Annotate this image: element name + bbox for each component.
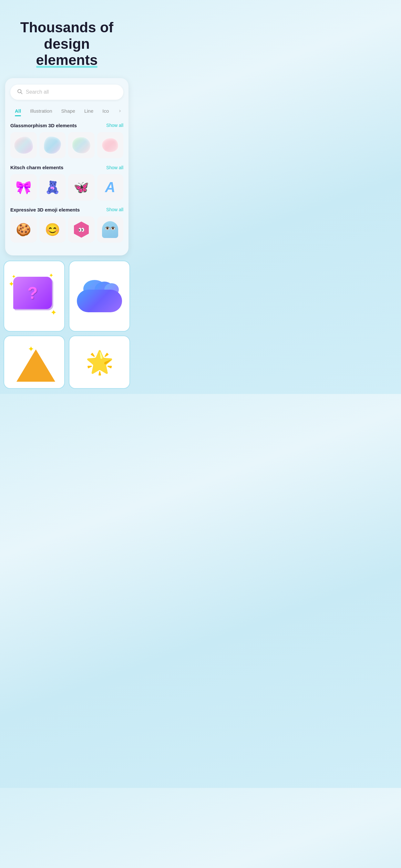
glass-blob-4 [102, 138, 119, 152]
section-header-kitsch: Kitsch charm elements Show all [10, 165, 123, 170]
tabs-arrow-icon[interactable]: › [117, 106, 123, 115]
section-title-glassmorphism: Glassmorphism 3D elements [10, 123, 77, 128]
mountain-scene: ✦ [10, 343, 58, 382]
section-kitsch: Kitsch charm elements Show all 🎀 🧸 🦋 A [10, 165, 123, 200]
emoji-item-2[interactable]: 😊 [39, 216, 66, 243]
glass-blob-1 [14, 136, 33, 154]
star-icon-4: ✦ [49, 272, 54, 279]
section-glassmorphism: Glassmorphism 3D elements Show all [10, 123, 123, 159]
tab-all[interactable]: All [10, 105, 26, 116]
hero-line1: Thousands of [20, 20, 113, 35]
search-icon [17, 89, 23, 96]
qmark-scene: ✦ ✦ ? ✦ ✦ [10, 270, 58, 322]
glass-item-3[interactable] [68, 132, 95, 159]
tab-shape[interactable]: Shape [57, 105, 80, 116]
hero-section: Thousands of design elements [0, 0, 134, 78]
glassmorphism-items-row [10, 132, 123, 159]
feature-card-qmark[interactable]: ✦ ✦ ? ✦ ✦ [4, 260, 65, 332]
kitsch-item-letter-a[interactable]: A [97, 174, 124, 200]
tab-ico[interactable]: Ico [98, 105, 113, 116]
page-container: Thousands of design elements Search all … [0, 0, 134, 394]
search-placeholder: Search all [26, 89, 49, 95]
glass-blob-2 [43, 136, 61, 154]
butterfly-emoji: 🦋 [73, 181, 89, 193]
qmark-bubble: ? [13, 277, 52, 309]
section-title-kitsch: Kitsch charm elements [10, 165, 63, 170]
section-title-emoji: Expressive 3D emoji elements [10, 207, 80, 213]
star-icon-3: ✦ [50, 308, 57, 317]
svg-line-1 [21, 92, 22, 94]
letter-a-text: A [105, 179, 115, 195]
cloud-body [77, 290, 122, 312]
ghost-body: 👁️👁️ [102, 221, 118, 238]
cookie-emoji: 🍪 [16, 223, 31, 236]
question-mark: ? [27, 283, 38, 303]
kitsch-item-butterfly[interactable]: 🦋 [68, 174, 95, 200]
hex-eyes: 👀 [78, 227, 85, 233]
emoji-item-1[interactable]: 🍪 [10, 216, 37, 243]
feature-card-star[interactable]: 🌟 [69, 336, 130, 389]
smiley-emoji: 😊 [45, 223, 60, 236]
main-card: Search all All Illustration Shape Line I… [5, 78, 128, 256]
feature-card-mountain[interactable]: ✦ [4, 336, 65, 389]
feature-card-cloud[interactable] [69, 260, 130, 332]
emoji-item-ghost[interactable]: 👁️👁️ [97, 216, 124, 243]
bear-emoji: 🧸 [45, 181, 60, 193]
glass-item-1[interactable] [10, 132, 37, 159]
search-bar[interactable]: Search all [10, 85, 123, 100]
outer-cards-section: ✦ ✦ ? ✦ ✦ ✦ [0, 255, 134, 394]
section-header-emoji: Expressive 3D emoji elements Show all [10, 207, 123, 213]
section-emoji: Expressive 3D emoji elements Show all 🍪 … [10, 207, 123, 243]
hero-title: Thousands of design elements [13, 20, 121, 68]
emoji-items-row: 🍪 😊 👀 👁️👁️ [10, 216, 123, 243]
ghost-wrapper: 👁️👁️ [102, 221, 118, 238]
glass-item-4[interactable] [97, 132, 124, 159]
section-header-glassmorphism: Glassmorphism 3D elements Show all [10, 123, 123, 128]
mountain-shape [17, 349, 55, 382]
glass-blob-3 [72, 137, 91, 154]
bow-emoji: 🎀 [16, 181, 32, 194]
cloud-3d-scene [77, 280, 122, 312]
show-all-glassmorphism[interactable]: Show all [106, 123, 123, 128]
hex-wrapper: 👀 [72, 220, 91, 239]
tab-illustration[interactable]: Illustration [26, 105, 57, 116]
kitsch-item-bow[interactable]: 🎀 [10, 174, 37, 200]
tab-line[interactable]: Line [80, 105, 98, 116]
tabs-container: All Illustration Shape Line Ico › [10, 105, 123, 116]
kitsch-items-row: 🎀 🧸 🦋 A [10, 174, 123, 200]
star-large-emoji: 🌟 [86, 349, 114, 376]
show-all-emoji[interactable]: Show all [106, 207, 123, 212]
ghost-eyes: 👁️👁️ [104, 226, 116, 231]
hero-highlight: elements [36, 52, 98, 68]
show-all-kitsch[interactable]: Show all [106, 165, 123, 170]
emoji-item-hexagon[interactable]: 👀 [68, 216, 95, 243]
kitsch-item-bear[interactable]: 🧸 [39, 174, 66, 200]
glass-item-2[interactable] [39, 132, 66, 159]
